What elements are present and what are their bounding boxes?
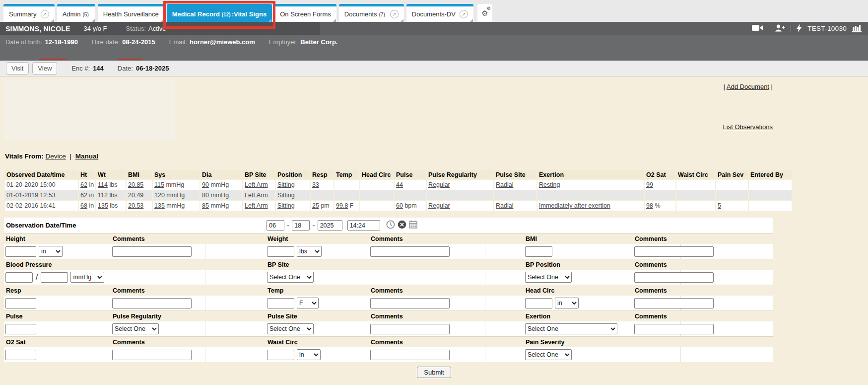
vital-value-link[interactable]: 98 bbox=[646, 202, 653, 209]
vital-value-link[interactable]: 20.85 bbox=[128, 181, 143, 188]
waist-circ-input[interactable] bbox=[267, 350, 294, 360]
vital-value-link[interactable]: Sitting bbox=[277, 202, 295, 209]
vital-value-link[interactable]: Radial bbox=[496, 202, 513, 209]
field-label-resp: Resp bbox=[4, 287, 111, 294]
month-input[interactable] bbox=[267, 220, 284, 231]
device-link[interactable]: Device bbox=[46, 153, 66, 160]
vital-value-link[interactable]: 62 bbox=[80, 192, 87, 199]
vital-value-link[interactable]: Regular bbox=[428, 202, 450, 209]
vital-value-link[interactable]: 114 bbox=[98, 181, 108, 188]
vital-value-link[interactable]: Left Arm bbox=[245, 202, 268, 209]
bp-site-select[interactable]: Select One bbox=[267, 272, 314, 283]
vital-value-link[interactable]: 80 bbox=[202, 192, 209, 199]
blood-pressure-input[interactable] bbox=[5, 272, 33, 283]
comments-input[interactable] bbox=[370, 298, 450, 308]
comments-input[interactable] bbox=[370, 324, 450, 334]
settings-button[interactable]: ⚙⚙ bbox=[477, 4, 492, 22]
exertion-select[interactable]: Select One bbox=[525, 323, 617, 334]
time-input[interactable] bbox=[347, 220, 380, 231]
head-circ-input[interactable] bbox=[525, 298, 552, 308]
vital-value-link[interactable]: Radial bbox=[496, 181, 513, 188]
vital-value-link[interactable]: Sitting bbox=[277, 181, 295, 188]
popout-arrow-icon[interactable]: ↗ bbox=[41, 10, 49, 18]
clear-icon[interactable] bbox=[398, 220, 406, 231]
popout-arrow-icon[interactable]: ↗ bbox=[460, 10, 468, 18]
video-camera-icon[interactable] bbox=[752, 24, 763, 33]
pain-severity-select[interactable]: Select One bbox=[525, 349, 572, 360]
vital-value-link[interactable]: Resting bbox=[539, 181, 560, 188]
blood-pressure-input[interactable] bbox=[41, 272, 68, 283]
vital-value-link[interactable]: 115 bbox=[154, 181, 164, 188]
comments-input[interactable] bbox=[370, 246, 450, 257]
vital-value-link[interactable]: Left Arm bbox=[245, 192, 268, 199]
manual-link[interactable]: Manual bbox=[75, 153, 99, 160]
height-input[interactable] bbox=[5, 246, 36, 257]
lightning-icon[interactable] bbox=[797, 24, 802, 34]
tab-admin[interactable]: Admin(5) bbox=[57, 4, 95, 22]
pulse-input[interactable] bbox=[5, 324, 36, 334]
tab-medical-record[interactable]: Medical Record(12):Vital Signs bbox=[167, 4, 272, 22]
comments-input[interactable] bbox=[634, 272, 714, 283]
vital-value-link[interactable]: 99 bbox=[646, 181, 653, 188]
day-input[interactable] bbox=[292, 220, 310, 231]
resp-input[interactable] bbox=[5, 298, 36, 308]
comments-input[interactable] bbox=[634, 246, 714, 257]
clock-icon[interactable] bbox=[386, 220, 395, 231]
comments-input[interactable] bbox=[370, 350, 450, 360]
vital-value-link[interactable]: Regular bbox=[428, 181, 450, 188]
tab-documents[interactable]: Documents(7)↗ bbox=[339, 4, 404, 22]
vital-value-link[interactable]: 44 bbox=[396, 181, 403, 188]
year-input[interactable] bbox=[318, 220, 342, 231]
bmi-input[interactable] bbox=[525, 246, 552, 257]
vital-value-link[interactable]: 99.8 bbox=[336, 202, 348, 209]
add-person-icon[interactable] bbox=[775, 24, 785, 33]
vital-value-link[interactable]: Sitting bbox=[277, 192, 295, 199]
height-select[interactable]: in bbox=[39, 246, 63, 257]
pulse-regularity-select[interactable]: Select One bbox=[112, 323, 159, 334]
tab-health-surveillance[interactable]: Health Surveillance bbox=[98, 4, 164, 22]
bar-chart-icon[interactable] bbox=[852, 25, 862, 32]
blood-pressure-select[interactable]: mmHg bbox=[70, 272, 104, 283]
vital-value-link[interactable]: 20.49 bbox=[128, 192, 143, 199]
pulse-site-select[interactable]: Select One bbox=[267, 323, 314, 334]
weight-select[interactable]: lbs bbox=[297, 246, 322, 257]
vital-value-link[interactable]: 68 bbox=[80, 202, 87, 209]
visit-button[interactable]: Visit bbox=[6, 62, 29, 75]
head-circ-select[interactable]: in bbox=[555, 298, 579, 308]
vital-value-link[interactable]: Left Arm bbox=[245, 181, 268, 188]
tab-summary[interactable]: Summary↗ bbox=[3, 4, 55, 22]
vital-value-link[interactable]: 135 bbox=[98, 202, 108, 209]
vital-value-link[interactable]: 20.53 bbox=[128, 202, 143, 209]
calendar-icon[interactable] bbox=[409, 220, 417, 231]
vital-value-link[interactable]: 85 bbox=[202, 202, 209, 209]
vital-value-link[interactable]: 120 bbox=[154, 192, 165, 199]
vital-value-link[interactable]: 62 bbox=[80, 181, 87, 188]
submit-button[interactable]: Submit bbox=[417, 367, 451, 378]
vital-value-link[interactable]: 135 bbox=[154, 202, 165, 209]
view-button[interactable]: View bbox=[32, 62, 57, 75]
tab-on-screen-forms[interactable]: On Screen Forms bbox=[274, 4, 336, 22]
comments-input[interactable] bbox=[112, 298, 192, 308]
weight-input[interactable] bbox=[267, 246, 294, 257]
vital-value-link[interactable]: 60 bbox=[396, 202, 403, 209]
o2-sat-input[interactable] bbox=[5, 350, 36, 360]
waist-circ-select[interactable]: in bbox=[297, 349, 321, 360]
comments-input[interactable] bbox=[112, 350, 192, 360]
add-document-link[interactable]: Add Document bbox=[727, 83, 769, 90]
vital-value-link[interactable]: 5 bbox=[718, 202, 721, 209]
comments-input[interactable] bbox=[634, 324, 714, 334]
vital-value-link[interactable]: 112 bbox=[98, 192, 108, 199]
temp-input[interactable] bbox=[267, 298, 294, 308]
temp-select[interactable]: F bbox=[297, 298, 319, 308]
vital-value-link[interactable]: 90 bbox=[202, 181, 209, 188]
tab-documents-dv[interactable]: Documents-DV↗ bbox=[406, 4, 473, 22]
vital-value-link[interactable]: 33 bbox=[312, 181, 319, 188]
list-observations-link[interactable]: List Observations bbox=[723, 123, 773, 131]
popout-arrow-icon[interactable]: ↗ bbox=[390, 10, 399, 18]
vital-value-link[interactable]: Immediately after exertion bbox=[539, 202, 610, 209]
bp-position-select[interactable]: Select One bbox=[525, 272, 572, 283]
comments-input[interactable] bbox=[634, 298, 714, 308]
vital-value-link[interactable]: 25 bbox=[312, 202, 319, 209]
form-label-row: PulsePulse RegularityPulse SiteCommentsE… bbox=[4, 310, 773, 321]
comments-input[interactable] bbox=[112, 246, 192, 257]
